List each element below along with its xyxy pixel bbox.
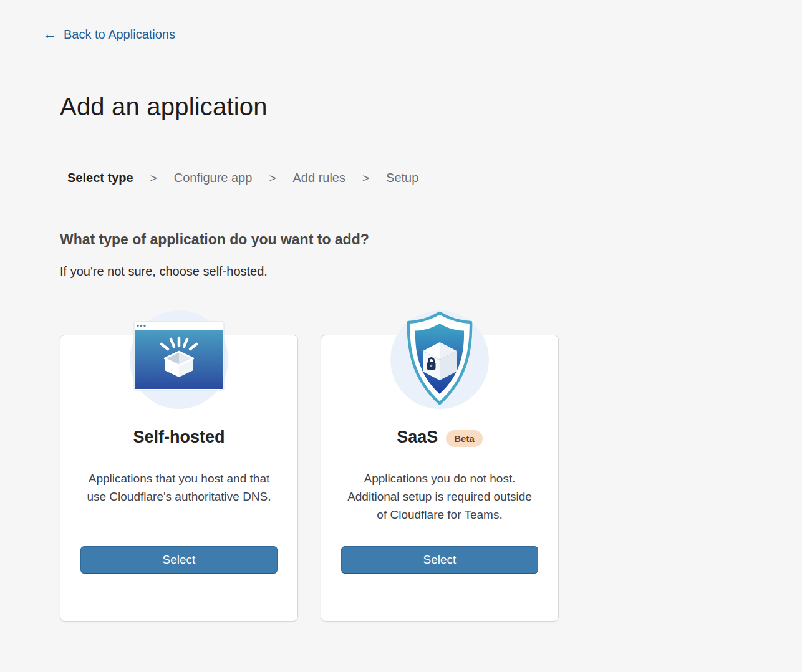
card-title-saas: SaaS [397, 428, 438, 447]
select-self-hosted-button[interactable]: Select [80, 546, 278, 574]
step-separator-icon: > [269, 171, 276, 185]
self-hosted-card: Self-hosted Applications that you host a… [60, 335, 298, 622]
step-separator-icon: > [150, 171, 157, 185]
application-type-cards: Self-hosted Applications that you host a… [60, 335, 802, 622]
step-configure-app: Configure app [174, 171, 253, 185]
step-add-rules: Add rules [292, 171, 345, 185]
beta-badge: Beta [446, 430, 483, 447]
saas-card: SaaS Beta Applications you do not host. … [321, 335, 559, 622]
description-line: Applications you do not host. [347, 469, 532, 487]
add-application-page: ← Back to Applications Add an applicatio… [0, 27, 802, 672]
description-line: Additional setup is required outside [347, 487, 532, 506]
question-heading: What type of application do you want to … [60, 231, 802, 248]
browser-box-icon [129, 310, 229, 410]
description-line: of Cloudflare for Teams. [347, 506, 532, 524]
card-title-self-hosted: Self-hosted [133, 428, 225, 447]
page-title: Add an application [60, 93, 802, 121]
question-hint: If you're not sure, choose self-hosted. [60, 264, 802, 279]
card-description: Applications that you host and that use … [87, 469, 271, 506]
back-arrow-icon: ← [42, 27, 57, 41]
step-select-type: Select type [67, 171, 133, 185]
select-saas-button[interactable]: Select [341, 546, 538, 574]
description-line: Applications that you host and that [87, 469, 271, 487]
shield-lock-icon [390, 310, 490, 410]
step-separator-icon: > [362, 171, 369, 185]
step-setup: Setup [386, 171, 418, 185]
back-link-label: Back to Applications [64, 27, 175, 42]
step-breadcrumb: Select type > Configure app > Add rules … [67, 171, 802, 185]
description-line: use Cloudflare's authoritative DNS. [87, 487, 271, 506]
card-description: Applications you do not host. Additional… [347, 469, 532, 524]
back-to-applications-link[interactable]: ← Back to Applications [42, 27, 175, 42]
